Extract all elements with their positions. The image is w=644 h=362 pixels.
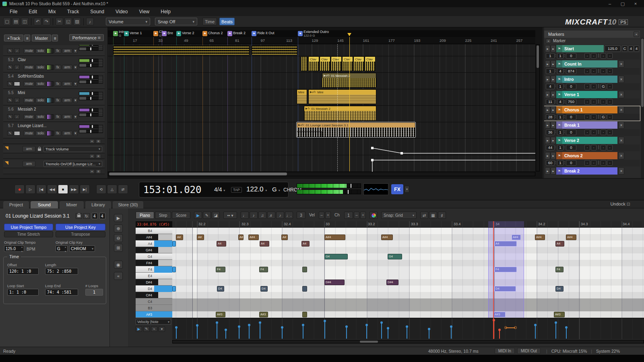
solo-button[interactable]: solo [35,48,46,53]
velocity-handle[interactable] [259,321,261,324]
orig-key-field[interactable]: G▴▾ [56,245,68,252]
marker-opt-field[interactable]: - [591,160,597,166]
audio-speaker-icon[interactable]: ♪ [14,48,20,53]
vel-menu-caret[interactable]: ▾ [159,326,165,332]
marker-key-override-field[interactable]: - [601,145,606,150]
timeline-marker-flag[interactable]: ⚑ [124,31,129,36]
marker-opt-field[interactable]: - [607,114,613,120]
arm-button[interactable]: arm [62,81,72,86]
markers-panel-close-button[interactable]: × [634,31,639,37]
mute-button[interactable]: mute [23,65,35,70]
velocity-handle[interactable] [281,326,283,329]
velocity-stem[interactable] [225,330,226,339]
marker-next-button[interactable]: ▸ [551,167,556,175]
time-signature-display[interactable]: 4/4 ▾ [214,186,225,193]
marker-opt-field[interactable]: - [584,84,590,89]
timeline-marker-flag[interactable]: ⚑ [298,31,303,36]
marker-pos-tick[interactable]: 750 [566,99,576,105]
marker-entry[interactable]: ▸▸⚑Count In×1:4:874--|-- [544,60,640,75]
marker-color-swatch[interactable]: ⚑ [556,91,562,98]
tempo-display[interactable]: 122.0 ▾ [246,185,267,193]
use-project-key-button[interactable]: Use Project Key [56,224,105,230]
piano-key-b3[interactable]: B3 [136,305,172,311]
marker-pos-tick[interactable]: 0 [566,114,576,120]
note-half-icon[interactable]: ♪ [250,212,258,219]
tuplet-value[interactable]: 3 [297,212,305,219]
marker-opt-field[interactable]: - [607,53,613,59]
draw-automation-icon[interactable]: ✎ [7,48,13,53]
zoom-out-button[interactable]: ⊖ [114,234,123,242]
markers-scrollbar[interactable] [641,38,644,178]
transpose-button[interactable]: Transpose [56,231,105,237]
midi-clip-clav[interactable]: Clav [308,56,319,71]
snap-dropdown[interactable]: Snap: Grid▾ [381,212,417,219]
arm-button[interactable]: arm [62,98,72,103]
midi-strip-clip[interactable] [113,45,250,55]
timeline-ruler[interactable]: 1733496581971131291451611771932092252412… [108,37,535,44]
midi-note[interactable]: A4 [260,241,269,247]
marker-entry[interactable]: ▸▸⚑Verse 2×44:1:0--|-- [544,137,640,151]
zoom-in-button[interactable]: ⊕ [114,224,123,232]
midi-note[interactable]: A#4 [566,234,576,240]
midi-clip-clav[interactable]: Clav [342,56,353,71]
marker-go-button[interactable]: ▸ [545,121,550,129]
velocity-handle[interactable] [216,321,218,324]
midi-clip-lounge-lizard[interactable]: ▶⌀↻01 Lounge Lizard Session 3.1 [297,122,415,137]
eraser-tool[interactable]: ◪ [212,212,220,219]
solo-button[interactable]: solo [35,131,46,136]
automation-param-dropdown[interactable]: Track Volume▾ [43,146,102,152]
marker-pos-tick[interactable]: 0 [566,160,576,166]
clip-loop-button[interactable]: ↻ [83,213,90,219]
snap-mode-dropdown[interactable]: Snap Off▾ [155,18,197,25]
add-marker-button[interactable]: + [546,39,551,43]
marker-key-override-field[interactable]: - [601,99,606,105]
midi-instrument-icon[interactable] [14,82,20,86]
marker-color-swatch[interactable]: ⚑ [556,152,562,159]
velocity-lane[interactable] [172,318,644,339]
marker-pos-bar[interactable]: 28 [546,114,555,120]
marker-next-button[interactable]: ▸ [551,60,556,68]
midi-note[interactable] [302,286,307,292]
timeline-vscrollbar[interactable] [536,44,540,171]
midi-note[interactable]: A#4 [248,234,259,240]
midi-note[interactable]: F4 [555,267,564,272]
velocity-stem[interactable] [197,325,198,339]
piano-key-c4[interactable]: C4 [136,298,172,305]
velocity-stem[interactable] [499,330,500,339]
marker-name[interactable]: Chorus 2 [562,152,617,159]
midi-note[interactable] [172,286,176,292]
midi-note[interactable]: A# [281,234,288,240]
midi-note[interactable]: D#4 [386,280,398,285]
marker-pos-bar[interactable]: 36 [546,130,555,135]
timeline-marker-flag[interactable]: ⚑ [176,31,181,36]
velocity-stem[interactable] [566,327,567,339]
timeline-marker-flag[interactable]: ⚑ [113,31,118,36]
automation-type-dropdown[interactable]: Volume▾ [106,18,150,25]
marker-go-button[interactable]: ▸ [545,137,550,144]
marker-go-button[interactable]: ▸ [545,152,550,159]
velocity-handle[interactable] [196,324,198,327]
track-row[interactable]: 5.5Mini✎♪mutesolofxarm▾ [3,89,105,105]
fader-thumb[interactable] [90,64,91,67]
midi-note[interactable]: G4 [324,254,348,259]
marker-pos-bar[interactable]: 60 [546,160,555,166]
use-project-tempo-button[interactable]: Use Project Tempo [4,224,53,230]
fader-thumb[interactable] [90,130,91,133]
paste-icon[interactable]: ▨ [73,18,81,25]
marker-name[interactable]: Break 1 [562,121,617,129]
tab-score[interactable]: Score [172,212,190,219]
hscrollbar-thumb[interactable] [109,173,287,175]
timeline-marker-flag[interactable]: ⚑ [252,31,256,36]
panel-tab-mixer[interactable]: Mixer [60,201,84,208]
fader-thumb[interactable] [92,45,93,45]
marker-key-override-field[interactable]: - [601,130,606,135]
velocity-stem[interactable] [535,325,536,339]
loop-button[interactable]: ⟲ [96,185,106,194]
go-to-start-button[interactable]: |◀ [36,185,46,194]
collapse-panel-button[interactable]: « [114,272,123,280]
marker-opt-field[interactable]: - [591,145,597,150]
panel-tab-store[interactable]: Store (30) [113,201,143,208]
marker-opt-field[interactable]: - [607,68,613,74]
midi-keyboard-icon[interactable]: ♪ [86,18,94,25]
velocity-handle[interactable] [248,324,250,326]
